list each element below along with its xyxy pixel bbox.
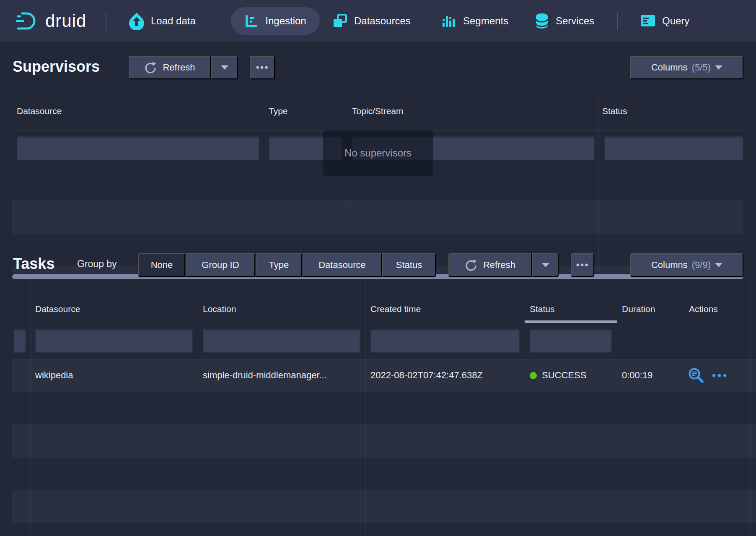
nav-item-segments[interactable]: Segments — [441, 0, 508, 42]
nav-item-label: Load data — [151, 15, 196, 27]
refresh-icon — [144, 61, 157, 74]
chevron-down-icon — [221, 65, 228, 70]
column-header-type[interactable]: Type — [269, 92, 288, 130]
task-row-status-cell[interactable]: SUCCESS — [530, 359, 586, 392]
group-by-none-button[interactable]: None — [138, 253, 185, 277]
nav-item-query[interactable]: Query — [640, 0, 689, 42]
nav-item-label: Segments — [463, 15, 508, 27]
supervisors-table: Datasource Type Topic/Stream Status No s… — [12, 92, 743, 273]
group-filter-input[interactable] — [13, 329, 26, 353]
supervisors-more-button[interactable]: ••• — [250, 56, 275, 79]
tasks-columns-button[interactable]: Columns (9/9) — [630, 253, 743, 277]
group-by-status-button[interactable]: Status — [382, 253, 436, 277]
top-nav: druid Load data — [0, 0, 756, 42]
task-row-actions-cell: ••• — [688, 359, 728, 392]
supervisors-refresh-dropdown-button[interactable] — [211, 56, 238, 79]
nav-item-datasources[interactable]: Datasources — [332, 0, 411, 42]
nav-item-load-data[interactable]: Load data — [129, 0, 196, 42]
column-header-datasource[interactable]: Datasource — [17, 92, 62, 130]
datasources-stack-icon — [332, 13, 347, 29]
query-console-icon — [640, 14, 655, 28]
nav-item-label: Datasources — [354, 15, 411, 27]
more-dots-icon: ••• — [576, 260, 589, 270]
empty-state-overlay: No supervisors — [323, 130, 433, 176]
group-by-group-id-button[interactable]: Group ID — [186, 253, 255, 277]
refresh-label: Refresh — [163, 62, 195, 73]
refresh-icon — [465, 259, 477, 271]
group-by-label: Group by — [77, 258, 117, 270]
nav-item-label: Query — [662, 15, 689, 27]
chevron-down-icon — [715, 65, 722, 70]
ingestion-chart-icon — [244, 14, 259, 28]
tasks-title: Tasks — [13, 255, 54, 273]
nav-item-services[interactable]: Services — [535, 0, 594, 42]
row-stripe — [12, 490, 756, 523]
nav-item-label: Ingestion — [265, 15, 306, 27]
more-dots-icon: ••• — [256, 62, 269, 73]
column-header-topic-stream[interactable]: Topic/Stream — [352, 92, 404, 130]
services-database-icon — [535, 13, 549, 29]
header-bottom-border — [12, 323, 756, 323]
column-divider — [263, 92, 263, 273]
row-stripe — [12, 200, 743, 233]
columns-label: Columns — [651, 260, 688, 271]
column-header-created-time[interactable]: Created time — [370, 295, 421, 323]
column-header-datasource[interactable]: Datasource — [35, 295, 80, 323]
column-header-duration[interactable]: Duration — [622, 295, 655, 323]
chevron-down-icon — [542, 263, 549, 267]
column-header-actions[interactable]: Actions — [689, 295, 718, 323]
tasks-refresh-button[interactable]: Refresh — [448, 253, 532, 277]
row-border — [12, 523, 756, 523]
brand-name: druid — [45, 11, 86, 31]
row-border — [12, 457, 756, 458]
column-header-status[interactable]: Status — [530, 295, 555, 323]
chevron-down-icon — [715, 263, 722, 267]
column-divider — [347, 92, 347, 273]
columns-label: Columns — [651, 62, 688, 73]
supervisors-title: Supervisors — [13, 58, 100, 75]
row-border — [12, 392, 756, 392]
tasks-refresh-group: Refresh — [448, 253, 559, 277]
task-row-created-time-cell[interactable]: 2022-08-02T07:42:47.638Z — [370, 359, 483, 392]
tasks-refresh-dropdown-button[interactable] — [532, 253, 559, 277]
task-details-magnifier-icon[interactable] — [688, 367, 704, 384]
row-border — [12, 424, 756, 425]
column-divider — [598, 92, 599, 273]
druid-console: druid Load data — [0, 0, 756, 536]
nav-item-ingestion-active[interactable]: Ingestion — [231, 7, 320, 35]
tasks-more-button[interactable]: ••• — [571, 253, 594, 277]
group-by-segmented-control: None Group ID Type Datasource Status — [138, 253, 436, 277]
status-filter-input[interactable] — [604, 136, 743, 160]
supervisors-columns-button[interactable]: Columns (5/5) — [630, 56, 743, 79]
status-filter-input[interactable] — [530, 329, 612, 353]
upload-icon — [129, 12, 144, 30]
datasource-filter-input[interactable] — [17, 136, 259, 160]
nav-divider — [617, 12, 618, 30]
status-success-dot — [530, 372, 537, 379]
task-row-duration-cell[interactable]: 0:00:19 — [622, 359, 652, 392]
supervisors-refresh-button[interactable]: Refresh — [129, 56, 211, 79]
task-row-datasource-cell[interactable]: wikipedia — [35, 359, 73, 392]
druid-logo-icon — [16, 11, 38, 31]
task-actions-menu-icon[interactable]: ••• — [712, 369, 728, 382]
tasks-table: Datasource Location Created time Status … — [12, 278, 756, 536]
datasource-filter-input[interactable] — [35, 329, 193, 353]
column-header-status[interactable]: Status — [602, 92, 627, 130]
columns-count: (5/5) — [692, 62, 711, 73]
created-time-filter-input[interactable] — [370, 329, 520, 353]
nav-divider — [106, 12, 106, 30]
row-stripe — [12, 424, 756, 457]
group-by-type-button[interactable]: Type — [256, 253, 302, 277]
supervisors-refresh-group: Refresh — [129, 56, 238, 79]
druid-logo[interactable]: druid — [16, 0, 86, 42]
refresh-label: Refresh — [483, 260, 515, 271]
column-header-location[interactable]: Location — [203, 295, 236, 323]
status-text: SUCCESS — [542, 370, 586, 381]
nav-item-label: Services — [556, 15, 594, 27]
task-row-location-cell[interactable]: simple-druid-middlemanager... — [203, 359, 362, 392]
group-by-datasource-button[interactable]: Datasource — [303, 253, 382, 277]
segments-bars-icon — [441, 13, 456, 29]
row-border — [12, 233, 743, 234]
columns-count: (9/9) — [692, 260, 711, 271]
location-filter-input[interactable] — [203, 329, 360, 353]
